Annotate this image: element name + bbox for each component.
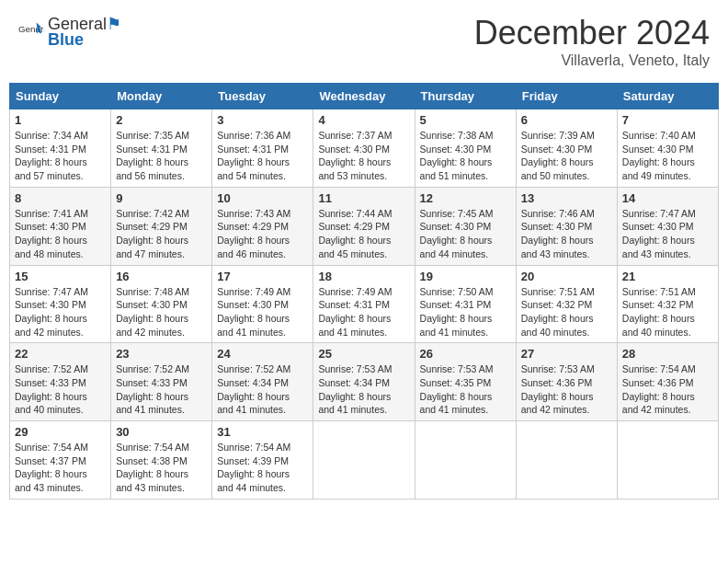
- day-detail: Sunrise: 7:41 AMSunset: 4:30 PMDaylight:…: [15, 207, 106, 261]
- logo-icon: General: [18, 19, 44, 45]
- calendar-day-cell: 6Sunrise: 7:39 AMSunset: 4:30 PMDaylight…: [516, 109, 617, 188]
- day-detail: Sunrise: 7:47 AMSunset: 4:30 PMDaylight:…: [15, 285, 106, 339]
- calendar-table: SundayMondayTuesdayWednesdayThursdayFrid…: [9, 83, 719, 500]
- day-number: 4: [318, 113, 409, 127]
- calendar-day-cell: 28Sunrise: 7:54 AMSunset: 4:36 PMDayligh…: [617, 343, 718, 421]
- day-number: 26: [420, 347, 511, 361]
- day-detail: Sunrise: 7:52 AMSunset: 4:33 PMDaylight:…: [116, 362, 207, 417]
- day-detail: Sunrise: 7:39 AMSunset: 4:30 PMDaylight:…: [521, 129, 612, 183]
- day-number: 31: [217, 425, 308, 439]
- day-detail: Sunrise: 7:46 AMSunset: 4:30 PMDaylight:…: [521, 207, 612, 261]
- day-number: 28: [622, 347, 713, 361]
- column-header-thursday: Thursday: [415, 84, 516, 109]
- calendar-day-cell: [313, 421, 415, 500]
- day-number: 13: [521, 191, 612, 205]
- calendar-day-cell: 1Sunrise: 7:34 AMSunset: 4:31 PMDaylight…: [10, 109, 111, 188]
- calendar-day-cell: 4Sunrise: 7:37 AMSunset: 4:30 PMDaylight…: [313, 109, 415, 188]
- column-header-wednesday: Wednesday: [313, 84, 415, 109]
- day-number: 8: [15, 191, 106, 205]
- calendar-day-cell: 26Sunrise: 7:53 AMSunset: 4:35 PMDayligh…: [415, 343, 516, 421]
- column-header-saturday: Saturday: [617, 84, 718, 109]
- month-title: December 2024: [474, 14, 710, 52]
- day-number: 12: [420, 191, 511, 205]
- calendar-day-cell: 13Sunrise: 7:46 AMSunset: 4:30 PMDayligh…: [516, 187, 617, 265]
- day-number: 14: [622, 191, 713, 205]
- day-detail: Sunrise: 7:51 AMSunset: 4:32 PMDaylight:…: [521, 285, 612, 339]
- day-detail: Sunrise: 7:51 AMSunset: 4:32 PMDaylight:…: [622, 285, 713, 339]
- calendar-day-cell: 30Sunrise: 7:54 AMSunset: 4:38 PMDayligh…: [111, 421, 212, 500]
- day-number: 7: [622, 113, 713, 127]
- day-detail: Sunrise: 7:54 AMSunset: 4:37 PMDaylight:…: [15, 441, 106, 495]
- location-title: Villaverla, Veneto, Italy: [474, 52, 710, 69]
- day-detail: Sunrise: 7:52 AMSunset: 4:34 PMDaylight:…: [217, 362, 308, 417]
- logo: General General ⚑ Blue: [18, 14, 121, 50]
- day-number: 15: [15, 270, 106, 283]
- calendar-day-cell: 14Sunrise: 7:47 AMSunset: 4:30 PMDayligh…: [617, 187, 718, 265]
- day-detail: Sunrise: 7:35 AMSunset: 4:31 PMDaylight:…: [116, 129, 207, 183]
- day-number: 18: [318, 270, 409, 283]
- day-detail: Sunrise: 7:54 AMSunset: 4:38 PMDaylight:…: [116, 441, 207, 495]
- column-header-monday: Monday: [111, 84, 212, 109]
- calendar-day-cell: 21Sunrise: 7:51 AMSunset: 4:32 PMDayligh…: [617, 265, 718, 343]
- day-detail: Sunrise: 7:47 AMSunset: 4:30 PMDaylight:…: [622, 207, 713, 261]
- day-number: 21: [622, 270, 713, 283]
- calendar-day-cell: 2Sunrise: 7:35 AMSunset: 4:31 PMDaylight…: [111, 109, 212, 188]
- day-detail: Sunrise: 7:36 AMSunset: 4:31 PMDaylight:…: [217, 129, 308, 183]
- calendar-day-cell: 7Sunrise: 7:40 AMSunset: 4:30 PMDaylight…: [617, 109, 718, 188]
- calendar-week-row: 29Sunrise: 7:54 AMSunset: 4:37 PMDayligh…: [10, 421, 719, 500]
- day-detail: Sunrise: 7:53 AMSunset: 4:36 PMDaylight:…: [521, 362, 612, 417]
- day-detail: Sunrise: 7:49 AMSunset: 4:30 PMDaylight:…: [217, 285, 308, 339]
- calendar-day-cell: [516, 421, 617, 500]
- day-detail: Sunrise: 7:54 AMSunset: 4:36 PMDaylight:…: [622, 362, 713, 417]
- calendar-day-cell: 16Sunrise: 7:48 AMSunset: 4:30 PMDayligh…: [111, 265, 212, 343]
- column-header-friday: Friday: [516, 84, 617, 109]
- day-number: 10: [217, 191, 308, 205]
- calendar-day-cell: [617, 421, 718, 500]
- calendar-day-cell: 27Sunrise: 7:53 AMSunset: 4:36 PMDayligh…: [516, 343, 617, 421]
- calendar-day-cell: 3Sunrise: 7:36 AMSunset: 4:31 PMDaylight…: [212, 109, 313, 188]
- calendar-day-cell: 31Sunrise: 7:54 AMSunset: 4:39 PMDayligh…: [212, 421, 313, 500]
- calendar-day-cell: 18Sunrise: 7:49 AMSunset: 4:31 PMDayligh…: [313, 265, 415, 343]
- day-number: 25: [318, 347, 409, 361]
- day-number: 20: [521, 270, 612, 283]
- day-number: 27: [521, 347, 612, 361]
- column-header-sunday: Sunday: [10, 84, 111, 109]
- day-detail: Sunrise: 7:48 AMSunset: 4:30 PMDaylight:…: [116, 285, 207, 339]
- day-number: 19: [420, 270, 511, 283]
- day-number: 1: [15, 113, 106, 127]
- day-number: 22: [15, 347, 106, 361]
- calendar-day-cell: 22Sunrise: 7:52 AMSunset: 4:33 PMDayligh…: [10, 343, 111, 421]
- day-detail: Sunrise: 7:45 AMSunset: 4:30 PMDaylight:…: [420, 207, 511, 261]
- day-detail: Sunrise: 7:54 AMSunset: 4:39 PMDaylight:…: [217, 441, 308, 495]
- day-detail: Sunrise: 7:52 AMSunset: 4:33 PMDaylight:…: [15, 362, 106, 417]
- day-number: 2: [116, 113, 207, 127]
- calendar-day-cell: 25Sunrise: 7:53 AMSunset: 4:34 PMDayligh…: [313, 343, 415, 421]
- calendar-week-row: 8Sunrise: 7:41 AMSunset: 4:30 PMDaylight…: [10, 187, 719, 265]
- day-detail: Sunrise: 7:53 AMSunset: 4:35 PMDaylight:…: [420, 362, 511, 417]
- day-detail: Sunrise: 7:34 AMSunset: 4:31 PMDaylight:…: [15, 129, 106, 183]
- day-number: 11: [318, 191, 409, 205]
- column-header-tuesday: Tuesday: [212, 84, 313, 109]
- day-number: 29: [15, 425, 106, 439]
- calendar-day-cell: 9Sunrise: 7:42 AMSunset: 4:29 PMDaylight…: [111, 187, 212, 265]
- day-number: 30: [116, 425, 207, 439]
- day-number: 3: [217, 113, 308, 127]
- calendar-day-cell: 24Sunrise: 7:52 AMSunset: 4:34 PMDayligh…: [212, 343, 313, 421]
- calendar-week-row: 15Sunrise: 7:47 AMSunset: 4:30 PMDayligh…: [10, 265, 719, 343]
- day-number: 23: [116, 347, 207, 361]
- day-number: 16: [116, 270, 207, 283]
- calendar-day-cell: 20Sunrise: 7:51 AMSunset: 4:32 PMDayligh…: [516, 265, 617, 343]
- day-detail: Sunrise: 7:49 AMSunset: 4:31 PMDaylight:…: [318, 285, 409, 339]
- title-block: December 2024 Villaverla, Veneto, Italy: [474, 14, 710, 69]
- day-detail: Sunrise: 7:43 AMSunset: 4:29 PMDaylight:…: [217, 207, 308, 261]
- calendar-week-row: 22Sunrise: 7:52 AMSunset: 4:33 PMDayligh…: [10, 343, 719, 421]
- calendar-week-row: 1Sunrise: 7:34 AMSunset: 4:31 PMDaylight…: [10, 109, 719, 188]
- calendar-day-cell: 29Sunrise: 7:54 AMSunset: 4:37 PMDayligh…: [10, 421, 111, 500]
- calendar-day-cell: 5Sunrise: 7:38 AMSunset: 4:30 PMDaylight…: [415, 109, 516, 188]
- day-detail: Sunrise: 7:37 AMSunset: 4:30 PMDaylight:…: [318, 129, 409, 183]
- calendar-day-cell: 19Sunrise: 7:50 AMSunset: 4:31 PMDayligh…: [415, 265, 516, 343]
- calendar-day-cell: 10Sunrise: 7:43 AMSunset: 4:29 PMDayligh…: [212, 187, 313, 265]
- day-number: 17: [217, 270, 308, 283]
- day-number: 5: [420, 113, 511, 127]
- calendar-day-cell: 12Sunrise: 7:45 AMSunset: 4:30 PMDayligh…: [415, 187, 516, 265]
